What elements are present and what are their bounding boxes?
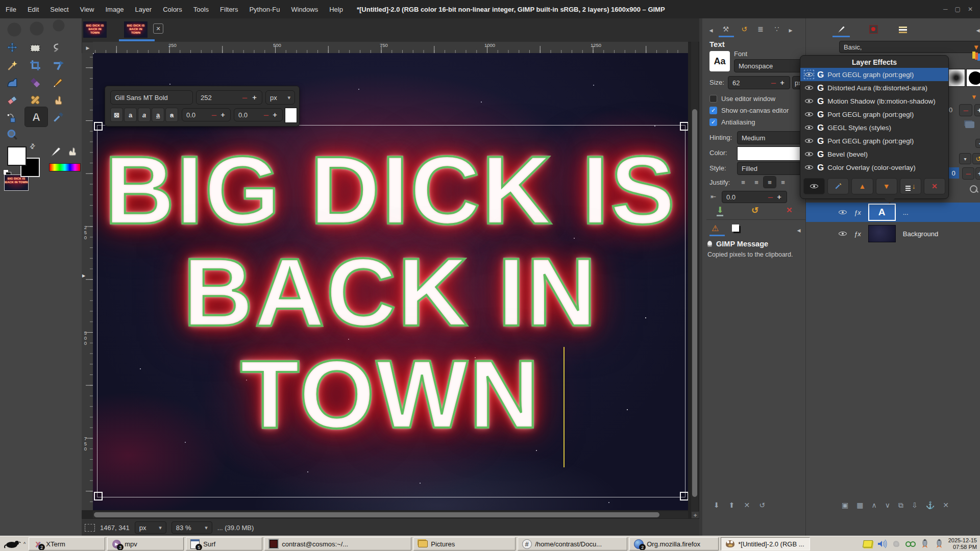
tab-channels-icon[interactable]: [866, 22, 880, 36]
move-tool-icon[interactable]: [2, 40, 22, 56]
fuzzy-select-tool-icon[interactable]: [2, 57, 22, 73]
tab-dashboard-icon[interactable]: [732, 224, 739, 232]
layer-row-text[interactable]: ƒx A ...: [806, 203, 980, 222]
resize-handle-se[interactable]: [680, 492, 688, 500]
kerning-decrease-icon[interactable]: ─: [264, 111, 268, 119]
font-preview-button[interactable]: Aa: [709, 51, 730, 71]
taskbar-item-mpv[interactable]: ▶3 mpv: [107, 537, 184, 550]
text-color-swatch[interactable]: [285, 108, 297, 123]
size-decrease-icon[interactable]: ─: [771, 79, 776, 87]
layer-mode-select[interactable]: Basic,: [839, 41, 980, 53]
effect-visibility-wrap[interactable]: [804, 150, 814, 158]
volume-tray-icon[interactable]: [877, 539, 887, 549]
baseline-increase-icon[interactable]: ＋: [219, 110, 226, 119]
font-select[interactable]: Monospace: [734, 59, 803, 72]
spin-decrease-icon[interactable]: ─: [959, 104, 972, 116]
rocket-tray-icon-2[interactable]: [934, 539, 944, 549]
remove-effect-button[interactable]: ✕: [924, 178, 945, 194]
save-tool-preset-icon[interactable]: ⬇: [714, 501, 720, 509]
toggle-effect-visibility-button[interactable]: [803, 178, 825, 194]
warp-tool-icon[interactable]: [2, 74, 22, 91]
reset-tool-options-icon[interactable]: ↺: [759, 501, 765, 509]
collapse-icon[interactable]: ◂: [975, 139, 980, 148]
background-layer-thumbnail[interactable]: [868, 225, 896, 242]
resize-handle-ne[interactable]: [680, 122, 688, 131]
lower-layer-icon[interactable]: ∨: [885, 501, 890, 510]
resize-handle-nw[interactable]: [94, 122, 103, 131]
effect-visibility-wrap[interactable]: [804, 110, 814, 118]
use-editor-window-checkbox[interactable]: Use editor window: [709, 95, 775, 103]
indent-increase-icon[interactable]: ＋: [776, 192, 782, 202]
foreground-color-swatch[interactable]: [7, 146, 27, 166]
rocket-tray-icon[interactable]: [920, 539, 930, 549]
zoom-select[interactable]: 83 %: [172, 521, 212, 534]
taskbar-item-surf[interactable]: 5 Surf: [186, 537, 262, 550]
image-tab-2[interactable]: BIG DICK IS BACK IN TOWN: [124, 21, 148, 38]
clear-style-icon[interactable]: ⊠: [110, 108, 123, 122]
layer-effect-row[interactable]: G Port GEGL graph (port:gegl): [800, 134, 948, 147]
anchor-layer-icon[interactable]: ⚓: [926, 501, 935, 510]
palette-icon[interactable]: [968, 50, 979, 60]
reset-icon[interactable]: ↺: [751, 205, 758, 216]
indent-decrease-icon[interactable]: ─: [768, 193, 773, 201]
tab-layers-icon[interactable]: [896, 22, 910, 36]
show-on-canvas-editor-checkbox[interactable]: ✓Show on-canvas editor: [709, 107, 789, 114]
free-select-tool-icon[interactable]: [48, 40, 68, 56]
spin-value-selected[interactable]: 0: [948, 167, 959, 179]
justify-center-icon[interactable]: ≡: [764, 177, 776, 188]
style-select[interactable]: Filled: [737, 162, 803, 175]
menu-view[interactable]: View: [75, 0, 100, 18]
baseline-spin-field[interactable]: 0.0 ─ ＋: [182, 108, 231, 121]
goggles-tray-icon[interactable]: [905, 539, 916, 549]
text-tool-icon[interactable]: A: [25, 107, 47, 127]
gradient-tool-icon[interactable]: [25, 74, 45, 91]
spin-decrease-icon[interactable]: ─: [962, 167, 974, 180]
image-tab-1[interactable]: BIG DICK IS BACK IN TOWN: [83, 21, 107, 38]
color-picker-tool-icon[interactable]: [48, 109, 68, 126]
close-icon[interactable]: ✕: [968, 6, 973, 13]
swap-colors-icon[interactable]: ⇄: [28, 141, 37, 151]
kerning-spin-field[interactable]: 0.0 ─ ＋: [234, 108, 283, 121]
underline-icon[interactable]: a: [152, 108, 164, 122]
layer-effect-row[interactable]: G Color Overlay (color-overlay): [800, 161, 948, 174]
ruler-corner-button[interactable]: ▶: [82, 42, 94, 54]
justify-right-icon[interactable]: ≡: [750, 177, 763, 188]
layer-effect-row[interactable]: G Port GEGL graph (port:gegl): [800, 108, 948, 121]
italic-icon[interactable]: a: [138, 108, 151, 122]
kerning-increase-icon[interactable]: ＋: [272, 110, 278, 119]
search-icon[interactable]: [968, 184, 978, 194]
horizontal-scrollbar[interactable]: [93, 511, 688, 518]
delete-icon[interactable]: ✕: [786, 206, 793, 215]
effect-visibility-wrap[interactable]: [804, 70, 814, 79]
resize-handle-sw[interactable]: [94, 492, 103, 500]
text-color-button[interactable]: [737, 146, 804, 161]
layer-visibility-icon[interactable]: [839, 209, 847, 216]
layer-fx-icon[interactable]: ƒx: [854, 209, 861, 216]
duplicate-layer-icon[interactable]: ⧉: [898, 501, 903, 510]
layer-effect-row[interactable]: G Motion Shadow (lb:motion-shadow): [800, 94, 948, 108]
dock-scroll-left-icon[interactable]: ◂: [706, 23, 716, 37]
new-group-icon[interactable]: ▦: [856, 501, 863, 510]
layer-visibility-icon[interactable]: [839, 230, 847, 237]
paths-tool-icon[interactable]: [2, 109, 22, 126]
menu-edit[interactable]: Edit: [22, 0, 44, 18]
merge-layer-icon[interactable]: ⇩: [912, 501, 918, 510]
layer-name[interactable]: Background: [903, 230, 938, 238]
unit-select[interactable]: px: [135, 521, 166, 534]
layer-effect-row[interactable]: G Bevel (bevel): [800, 147, 948, 161]
dropdown-chevron-icon[interactable]: ▾: [972, 93, 976, 101]
raise-effect-button[interactable]: ▲: [851, 178, 873, 194]
menu-help[interactable]: Help: [324, 0, 349, 18]
brush-preview-icon[interactable]: [49, 144, 63, 160]
taskbar-item-terminal[interactable]: contrast@cosmos:~/...: [264, 537, 411, 550]
delete-layer-icon[interactable]: ✕: [943, 501, 949, 510]
spin-increase-icon[interactable]: ＋: [974, 104, 980, 116]
reset-dropdown-icon[interactable]: ↺: [972, 153, 980, 164]
effect-visibility-wrap[interactable]: [804, 137, 814, 145]
quick-mask-toggle[interactable]: [85, 524, 95, 532]
merge-effects-button[interactable]: ↓: [900, 178, 921, 194]
brush-thumbnail[interactable]: [947, 69, 965, 87]
folder-icon[interactable]: [965, 121, 974, 128]
tab-paint-tools-icon[interactable]: [835, 22, 849, 36]
window-manager-menu-icon[interactable]: [3, 539, 22, 549]
